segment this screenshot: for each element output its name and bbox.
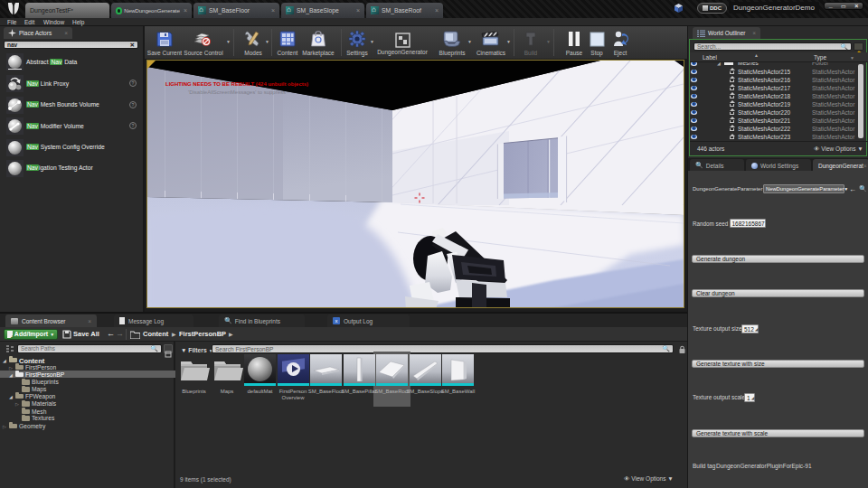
svg-text:'DisableAllScreenMessages' to: 'DisableAllScreenMessages' to suppress <box>188 89 286 95</box>
svg-text:LIGHTING NEEDS TO BE REBUILT (: LIGHTING NEEDS TO BE REBUILT (424 unbuil… <box>165 81 308 87</box>
